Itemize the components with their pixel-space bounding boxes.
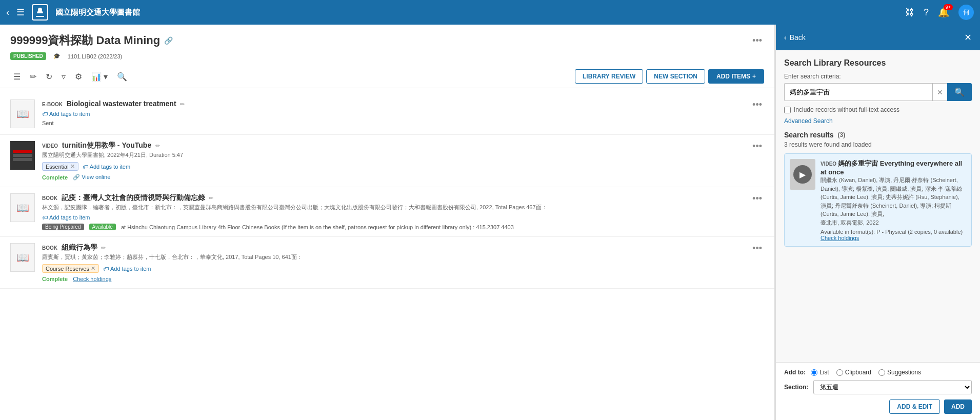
avatar[interactable]: 何 (958, 5, 974, 20)
play-icon: ▶ (793, 165, 812, 184)
radio-clipboard[interactable]: Clipboard (836, 369, 871, 376)
filter-btn[interactable]: ▿ (58, 70, 69, 84)
item-tags: 🏷 Add tags to item (42, 214, 743, 221)
item-edit-icon[interactable]: ✏ (101, 245, 106, 251)
page-more-menu[interactable]: ••• (750, 35, 764, 46)
item-thumbnail: 📖 (10, 193, 35, 222)
item-body: E-BOOK Biological wastewater treatment ✏… (42, 99, 743, 126)
add-and-edit-button[interactable]: ADD & EDIT (889, 399, 940, 414)
search-input-row: ✕ 🔍 (784, 83, 972, 101)
item-status-available: Available (89, 224, 116, 230)
item-more-menu[interactable]: ••• (750, 193, 764, 204)
results-loaded-text: 3 results were found and loaded (784, 141, 972, 148)
item-type: BOOK (42, 245, 57, 251)
menu-icon[interactable]: ☰ (16, 7, 25, 18)
item-tags: 🏷 Add tags to item (42, 111, 743, 117)
tag-icon: 🏷 (103, 266, 109, 272)
chart-btn[interactable]: 📊 ▾ (88, 70, 111, 84)
results-count: (3) (838, 131, 846, 138)
back-nav-icon[interactable]: ‹ (6, 7, 9, 18)
radio-group: List Clipboard Suggestions (811, 369, 921, 376)
add-items-button[interactable]: ADD ITEMS + (708, 69, 764, 84)
radio-list[interactable]: List (811, 369, 829, 376)
search-btn[interactable]: 🔍 (114, 70, 130, 84)
advanced-search-link[interactable]: Advanced Search (784, 117, 972, 125)
share-icon[interactable]: ⛓ (905, 7, 914, 18)
back-chevron-icon: ‹ (784, 33, 787, 42)
back-button[interactable]: ‹ Back (784, 33, 806, 42)
item-title: Biological wastewater treatment (67, 99, 176, 108)
result-thumbnail: ▶ (790, 159, 815, 190)
add-tags-button[interactable]: 🏷 Add tags to item (42, 111, 90, 117)
close-button[interactable]: ✕ (964, 32, 972, 43)
item-type: VIDEO (42, 143, 58, 149)
item-status-prepared: Being Prepared (42, 224, 84, 230)
notification-icon[interactable]: 🔔 9+ (938, 7, 949, 18)
help-icon[interactable]: ? (924, 7, 929, 18)
page-title-text: 999999資料探勘 Data Mining (10, 33, 160, 48)
search-results-header: Search results (3) (784, 131, 972, 139)
item-type: E-BOOK (42, 102, 63, 107)
item-more-menu[interactable]: ••• (750, 99, 764, 110)
video-bar-red (13, 150, 32, 153)
include-full-text-label: Include records without full-text access (794, 106, 899, 113)
item-edit-icon[interactable]: ✏ (180, 101, 185, 107)
result-header: VIDEO 媽的多重宇宙 Everything everywhere all a… (821, 159, 966, 176)
item-tags: Essential ✕ 🏷 Add tags to item (42, 162, 743, 171)
item-header: BOOK 記疫：臺灣人文社會的疫情視野與行動備忘錄 ✏ (42, 193, 743, 203)
top-navigation: ‹ ☰ 國立陽明交通大學圖書館 ⛓ ? 🔔 9+ 何 (0, 0, 980, 25)
item-edit-icon[interactable]: ✏ (209, 195, 213, 201)
right-panel-header: ‹ Back ✕ (776, 25, 980, 50)
result-title: 媽的多重宇宙 Everything everywhere all at once (821, 159, 962, 176)
page-title: 999999資料探勘 Data Mining 🔗 (10, 33, 173, 48)
essential-tag: Essential ✕ (42, 162, 78, 171)
item-header: BOOK 組織行為學 ✏ (42, 243, 743, 252)
list-item: 📖 E-BOOK Biological wastewater treatment… (0, 93, 774, 135)
item-more-menu[interactable]: ••• (750, 141, 764, 152)
add-button[interactable]: ADD (944, 399, 972, 414)
item-body: VIDEO turnitin使用教學 - YouTube ✏ 國立陽明交通大學圖… (42, 141, 743, 181)
tag-icon: 🏷 (42, 214, 48, 221)
check-holdings-link[interactable]: Check holdings (73, 276, 111, 282)
item-location: at Hsinchu Chiaotung Campus Library 4th … (121, 224, 514, 230)
search-input[interactable] (784, 83, 932, 101)
section-select[interactable]: 第五週 (813, 380, 972, 394)
video-bar-gray2 (13, 158, 32, 161)
item-thumbnail: 📖 (10, 243, 35, 272)
main-layout: 999999資料探勘 Data Mining 🔗 ••• PUBLISHED 🎓… (0, 25, 980, 420)
add-tags-button[interactable]: 🏷 Add tags to item (103, 266, 151, 272)
add-tags-button[interactable]: 🏷 Add tags to item (42, 214, 90, 221)
result-format: Available in format(s): P - Physical (2 … (821, 229, 966, 235)
add-to-section: Add to: List Clipboard Suggestions Secti… (776, 362, 980, 420)
item-meta: 羅賓斯，賈琪；黃家茵；李雅婷；趙慕芬，十七版，台北市：，華泰文化, 2017, … (42, 253, 743, 261)
item-status-row: Complete 🔗 View online (42, 174, 743, 181)
edit-btn[interactable]: ✏ (27, 70, 39, 84)
search-panel-title: Search Library Resources (784, 58, 972, 68)
tag-remove-btn[interactable]: ✕ (91, 265, 95, 272)
page-title-link-icon[interactable]: 🔗 (164, 36, 173, 45)
library-review-button[interactable]: LIBRARY REVIEW (575, 69, 643, 84)
item-meta: 國立陽明交通大學圖書館, 2022年4月21日, Duration 5:47 (42, 151, 743, 159)
radio-suggestions[interactable]: Suggestions (878, 369, 921, 376)
new-section-button[interactable]: NEW SECTION (646, 69, 705, 84)
item-tags: Course Reserves ✕ 🏷 Add tags to item (42, 264, 743, 273)
item-edit-icon[interactable]: ✏ (155, 143, 160, 149)
result-check-holdings-link[interactable]: Check holdings (821, 235, 859, 241)
search-clear-button[interactable]: ✕ (932, 83, 947, 101)
toolbar: ☰ ✏ ↻ ▿ ⚙ 📊 ▾ 🔍 LIBRARY REVIEW NEW SECTI… (0, 65, 774, 88)
published-badge: PUBLISHED (10, 52, 46, 60)
view-online-link[interactable]: 🔗 View online (73, 174, 110, 181)
section-row: Section: 第五週 (784, 380, 972, 394)
settings-btn[interactable]: ⚙ (72, 70, 85, 84)
right-panel-body: Search Library Resources Enter search cr… (776, 50, 980, 362)
include-full-text-checkbox[interactable] (784, 107, 791, 113)
search-submit-button[interactable]: 🔍 (947, 83, 972, 101)
result-type: VIDEO (821, 161, 836, 167)
refresh-btn[interactable]: ↻ (43, 70, 55, 84)
add-tags-button[interactable]: 🏷 Add tags to item (83, 164, 131, 170)
item-meta: 林文源，記疫團隊，編著者，初版，臺北市：新北市：，英屬蓋曼群島商網路與書股份有限… (42, 204, 743, 211)
list-view-btn[interactable]: ☰ (10, 70, 24, 84)
include-full-text-row: Include records without full-text access (784, 106, 972, 113)
item-more-menu[interactable]: ••• (750, 243, 764, 254)
tag-remove-btn[interactable]: ✕ (70, 163, 75, 170)
